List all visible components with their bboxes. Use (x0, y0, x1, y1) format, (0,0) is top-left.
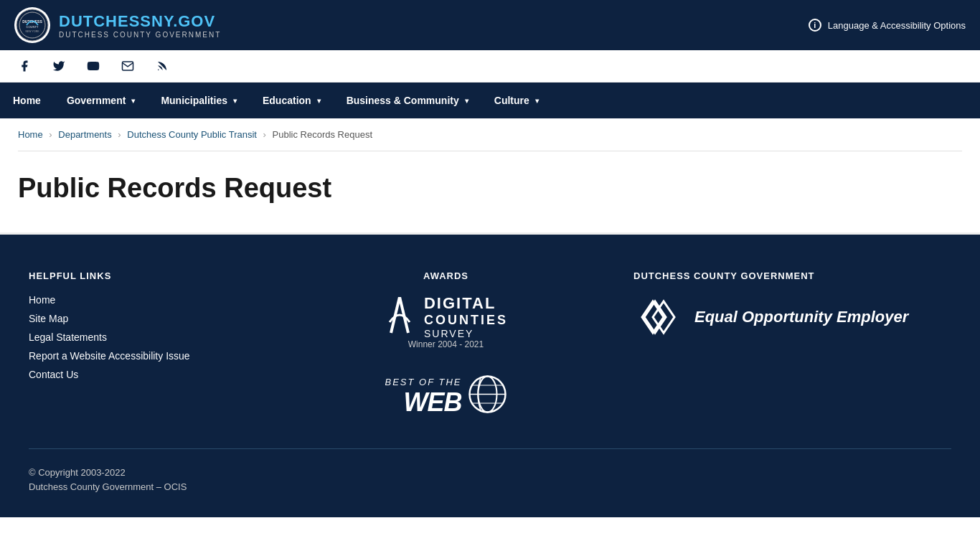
dc-line1: DIGITAL (424, 294, 508, 313)
top-bar: DUTCHESS COUNTY NEW YORK DUTCHESSNY.GOV … (0, 0, 980, 50)
nav-home[interactable]: Home (0, 83, 54, 118)
footer-bottom: © Copyright 2003-2022 Dutchess County Go… (29, 448, 951, 492)
logo-subtitle: DUTCHESS COUNTY GOVERNMENT (59, 31, 221, 39)
chevron-down-icon: ▾ (465, 97, 468, 105)
footer-link-contact[interactable]: Contact Us (29, 369, 258, 380)
breadcrumb-home[interactable]: Home (18, 129, 43, 140)
breadcrumb-transit[interactable]: Dutchess County Public Transit (127, 129, 257, 140)
nav-education[interactable]: Education ▾ (250, 83, 334, 118)
digital-counties-badge: DIGITAL COUNTIES SURVEY Winner 2004 - 20… (384, 294, 508, 364)
footer-link-home[interactable]: Home (29, 294, 258, 306)
footer-awards: AWARDS DIGITAL COUNTIES SURVEY (287, 270, 605, 420)
helpful-links-title: HELPFUL LINKS (29, 270, 258, 281)
nav-items: Home Government ▾ Municipalities ▾ Educa… (0, 83, 980, 118)
best-of-web-badge: BEST OF THE WEB (287, 375, 605, 420)
nav-culture[interactable]: Culture ▾ (481, 83, 552, 118)
info-icon: i (809, 19, 821, 32)
logo-area: DUTCHESS COUNTY NEW YORK DUTCHESSNY.GOV … (14, 7, 221, 43)
accessibility-options-link[interactable]: i Language & Accessibility Options (809, 19, 966, 32)
footer: HELPFUL LINKS Home Site Map Legal Statem… (0, 235, 980, 517)
page-title: Public Records Request (18, 173, 962, 204)
chevron-down-icon: ▾ (535, 97, 539, 105)
chevron-down-icon: ▾ (131, 97, 135, 105)
nav-business-community[interactable]: Business & Community ▾ (334, 83, 481, 118)
nav-municipalities[interactable]: Municipalities ▾ (148, 83, 250, 118)
page-content: Public Records Request (0, 151, 980, 235)
footer-link-accessibility[interactable]: Report a Website Accessibility Issue (29, 350, 258, 362)
breadcrumb-departments[interactable]: Departments (58, 129, 111, 140)
twitter-link[interactable] (49, 56, 69, 76)
footer-helpful-links: HELPFUL LINKS Home Site Map Legal Statem… (29, 270, 258, 420)
eoe-logo-icon (633, 294, 684, 341)
breadcrumb-sep: › (118, 129, 121, 140)
eoe-text: Equal Opportunity Employer (694, 307, 908, 328)
social-bar (0, 50, 980, 83)
digital-counties-text: DIGITAL COUNTIES SURVEY (424, 294, 508, 339)
main-navigation: Home Government ▾ Municipalities ▾ Educa… (0, 83, 980, 118)
rss-link[interactable] (152, 56, 172, 76)
eoe-content: Equal Opportunity Employer (633, 294, 951, 341)
awards-title: AWARDS (287, 270, 605, 281)
svg-text:COUNTY: COUNTY (27, 25, 39, 29)
facebook-link[interactable] (14, 56, 34, 76)
footer-link-sitemap[interactable]: Site Map (29, 313, 258, 324)
globe-icon (468, 375, 507, 420)
chevron-down-icon: ▾ (317, 97, 321, 105)
footer-link-legal[interactable]: Legal Statements (29, 331, 258, 343)
winner-text: Winner 2004 - 2021 (408, 339, 484, 349)
badge-text-block: DIGITAL COUNTIES SURVEY (384, 294, 508, 339)
footer-eoe: DUTCHESS COUNTY GOVERNMENT Equal Opportu… (633, 270, 951, 420)
footer-grid: HELPFUL LINKS Home Site Map Legal Statem… (29, 270, 951, 420)
dutchess-gov-title: DUTCHESS COUNTY GOVERNMENT (633, 270, 951, 281)
best-of-web-text: BEST OF THE (385, 377, 462, 387)
web-text: WEB (404, 387, 462, 418)
nav-government[interactable]: Government ▾ (54, 83, 148, 118)
logo-text: DUTCHESSNY.GOV DUTCHESS COUNTY GOVERNMEN… (59, 12, 221, 39)
logo-title: DUTCHESSNY.GOV (59, 12, 221, 31)
county-seal: DUTCHESS COUNTY NEW YORK (14, 7, 50, 43)
dc-line3: SURVEY (424, 328, 508, 339)
svg-point-6 (158, 70, 159, 71)
dc-line2: COUNTIES (424, 313, 508, 328)
breadcrumb-sep: › (263, 129, 266, 140)
breadcrumb-current: Public Records Request (273, 129, 372, 140)
breadcrumb-sep: › (49, 129, 52, 140)
youtube-link[interactable] (83, 56, 103, 76)
email-link[interactable] (118, 56, 138, 76)
footer-org-text: Dutchess County Government – OCIS (29, 481, 951, 492)
breadcrumb: Home › Departments › Dutchess County Pub… (0, 118, 980, 151)
svg-text:NEW YORK: NEW YORK (26, 30, 40, 33)
copyright-text: © Copyright 2003-2022 (29, 467, 951, 478)
chevron-down-icon: ▾ (233, 97, 237, 105)
